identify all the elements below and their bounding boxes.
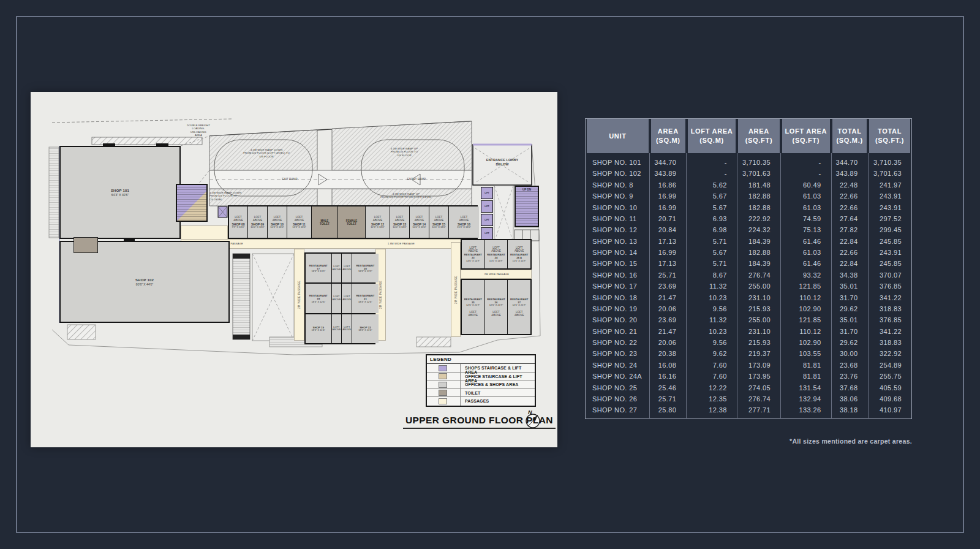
unit-cell: SHOP NO. 27 (586, 404, 650, 419)
plan-title: UPPER GROUND FLOOR PLAN (403, 415, 556, 429)
value-cell: 35.01 (831, 281, 868, 292)
room-dims: 18'3" X 11'6" (312, 329, 325, 331)
value-cell: 22.84 (831, 258, 868, 269)
value-cell: 12.22 (687, 382, 737, 393)
value-cell: 121.85 (781, 281, 831, 292)
freight-area-label: DOUBLE FREIGHT LOADING- UNLOADING AREA (176, 124, 221, 137)
value-cell: 25.71 (650, 270, 687, 281)
shop-cell: LOFT ABOVESHOP 1310'0" X 18'0" (390, 206, 410, 238)
value-cell: 243.91 (868, 247, 911, 258)
value-cell: 31.70 (831, 292, 868, 303)
value-cell: 102.90 (781, 337, 831, 348)
room-dims: 12'6" X 21'9" (489, 304, 503, 306)
value-cell: 20.06 (650, 337, 687, 348)
value-cell: 25.46 (650, 382, 687, 393)
shop-cell: LOFT ABOVESHOP 1010'3" X 18'0" (268, 206, 287, 238)
table-row: SHOP NO. 2525.4612.22274.05131.5437.6840… (586, 382, 912, 393)
room-dims: 18'3" X 12'6" (311, 301, 325, 303)
unit-cell: SHOP NO. 12 (586, 224, 650, 235)
value-cell: 12.38 (687, 404, 737, 419)
value-cell: 370.07 (868, 270, 911, 281)
passage-2m-left: 2M WIDE PASSAGE (294, 249, 304, 341)
table-row: SHOP NO. 2416.087.60173.0981.8123.68254.… (586, 360, 912, 371)
value-cell: 409.68 (868, 393, 911, 404)
value-cell: 254.89 (868, 360, 911, 371)
ramp-down-loft-label: 4.5M WIDE RAMP DOWN FROM UG FLOOR (LOFT … (227, 148, 306, 158)
column-header: TOTAL (SQ.FT.) (868, 119, 911, 154)
value-cell: 34.38 (831, 270, 868, 281)
unit-cell: SHOP NO. 26 (586, 393, 650, 404)
value-cell: 10.23 (687, 325, 737, 336)
central-room-left: SHOP 1918'3" X 11'6" (306, 314, 332, 343)
legend-title: LEGEND (427, 355, 535, 364)
restaurant-cell: RESTAURANT 2612'6" X 21'9"LOFT ABOVE (485, 280, 508, 334)
central-row: RESTAURANT 1818'3" X 12'6"LOFT ABOVELOFT… (306, 284, 374, 314)
value-cell: 231.10 (737, 325, 780, 336)
table-row: SHOP NO. 1220.846.98224.3275.1327.82299.… (586, 224, 912, 235)
value-cell: 17.13 (650, 235, 687, 246)
value-cell: 16.99 (650, 191, 687, 202)
restaurant-cell: LOFT ABOVERESTAURANT 2314'6" X 14'9" (462, 240, 485, 268)
unit-cell: SHOP NO. 19 (586, 303, 650, 314)
passage-18m-label-right: 1.8M WIDE PASSAGE (374, 242, 429, 245)
shop-cell: LOFT ABOVESHOP 1410'0" X 18'0" (410, 206, 429, 238)
value-cell: 29.62 (831, 337, 868, 348)
central-loft-a: LOFT ABOVE (332, 314, 342, 343)
unit-cell: SHOP NO. 24A (586, 371, 650, 382)
ramp-up-loft-label: 4.5M WIDE RAMP UP FROM UG FLOOR TO UG (L… (354, 192, 458, 199)
toilet-cell: FEMALE TOILET (338, 206, 366, 238)
room-dims: 80'6" X 44'0" (136, 282, 153, 286)
legend-item: SHOPS STAIRCASE & LIFT AREA (427, 364, 535, 373)
loft-above-label: LOFT ABOVE (459, 216, 469, 222)
shop-dims: 10'0" X 18'0" (412, 226, 426, 229)
value-cell: 5.67 (687, 247, 737, 258)
shop-dims: 12'3" X 18'0" (371, 226, 385, 229)
right-restaurant-row-top: LOFT ABOVERESTAURANT 2314'6" X 14'9"LOFT… (461, 239, 532, 270)
value-cell: 276.74 (737, 270, 780, 281)
column-header: TOTAL (SQ.M.) (831, 119, 868, 154)
value-cell: 255.00 (737, 314, 780, 325)
value-cell: - (687, 168, 737, 179)
shop-dims: 10'0" X 18'0" (432, 226, 446, 229)
shops-staircase-west (176, 184, 208, 222)
unit-cell: SHOP NO. 17 (586, 281, 650, 292)
value-cell: 215.93 (737, 337, 780, 348)
central-row: SHOP 1918'3" X 11'6"LOFT ABOVELOFT ABOVE… (306, 314, 374, 343)
column-header: LOFT AREA (SQ.M) (687, 119, 737, 154)
unit-cell: SHOP NO. 8 (586, 180, 650, 191)
shop-dims: 15'3" X 18'0" (457, 226, 471, 229)
unit-cell: SHOP NO. 23 (586, 348, 650, 359)
value-cell: 376.85 (868, 281, 911, 292)
value-cell: 5.71 (687, 235, 737, 246)
value-cell: 25.71 (650, 393, 687, 404)
value-cell: 75.13 (781, 224, 831, 235)
value-cell: 215.93 (737, 303, 780, 314)
central-loft-b: LOFT ABOVE (342, 284, 352, 312)
value-cell: 5.62 (687, 180, 737, 191)
passage-2m-east: 2M WIDE PASSAGE (451, 242, 461, 337)
table-row: SHOP NO. 1723.6911.32255.00121.8535.0137… (586, 281, 912, 292)
value-cell: 25.80 (650, 404, 687, 419)
value-cell: 184.39 (737, 235, 780, 246)
passage-2m-label: 2M WIDE PASSAGE (461, 273, 532, 276)
column-header-text: UNIT (587, 119, 649, 153)
lift-box: LIFT (481, 227, 493, 240)
restaurant-cell: RESTAURANT 2512'6" X 21'9"LOFT ABOVE (462, 280, 485, 334)
column-header-text: AREA (SQ.FT) (738, 119, 779, 153)
value-cell: 255.75 (868, 371, 911, 382)
area-table-head: UNITAREA (SQ.M)LOFT AREA (SQ.M)AREA (SQ.… (586, 119, 912, 154)
passage-2m-horizontal: 2M WIDE PASSAGE (461, 270, 532, 279)
loft-above-label: LOFT ABOVE (491, 246, 501, 252)
room-label: SHOP 102 (135, 278, 154, 282)
unit-cell: SHOP NO. 24 (586, 360, 650, 371)
value-cell: 133.26 (781, 404, 831, 419)
legend-item: OFFICE STAIRCASE & LIFT AREA (427, 373, 535, 381)
central-room-right: RESTAURANT 2018'3" X 13'9" (352, 254, 379, 282)
legend: LEGEND SHOPS STAIRCASE & LIFT AREAOFFICE… (426, 354, 536, 407)
legend-label: OFFICES & SHOPS AREA (465, 382, 518, 387)
legend-divider (460, 373, 461, 381)
room-dims: 18'3" X 12'6" (358, 301, 372, 303)
lift-box: LIFT (481, 187, 493, 199)
value-cell: 344.70 (831, 153, 868, 168)
shop-dims: 10'3" X 18'0" (270, 226, 284, 229)
